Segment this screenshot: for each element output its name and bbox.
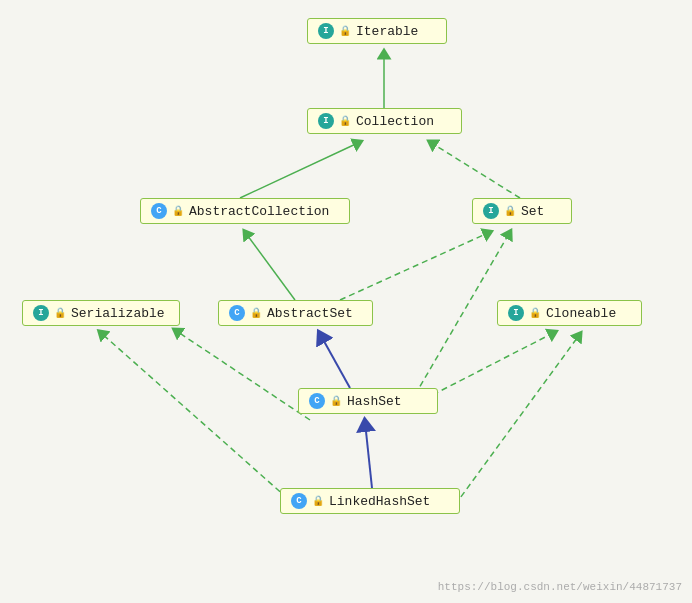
svg-line-3 [245, 232, 295, 300]
watermark: https://blog.csdn.net/weixin/44871737 [438, 581, 682, 593]
badge-serializable: I [33, 305, 49, 321]
label-abstractset: AbstractSet [267, 306, 353, 321]
node-cloneable: I 🔒 Cloneable [497, 300, 642, 326]
label-cloneable: Cloneable [546, 306, 616, 321]
lock-icon-abstractcollection: 🔒 [172, 205, 184, 217]
svg-line-9 [365, 422, 372, 488]
svg-line-5 [320, 334, 350, 388]
badge-set: I [483, 203, 499, 219]
badge-collection: I [318, 113, 334, 129]
label-hashset: HashSet [347, 394, 402, 409]
node-abstractset: C 🔒 AbstractSet [218, 300, 373, 326]
node-hashset: C 🔒 HashSet [298, 388, 438, 414]
node-set: I 🔒 Set [472, 198, 572, 224]
svg-line-10 [100, 332, 295, 505]
lock-icon-set: 🔒 [504, 205, 516, 217]
badge-linkedhashset: C [291, 493, 307, 509]
node-abstractcollection: C 🔒 AbstractCollection [140, 198, 350, 224]
badge-iterable: I [318, 23, 334, 39]
badge-abstractcollection: C [151, 203, 167, 219]
label-abstractcollection: AbstractCollection [189, 204, 329, 219]
diagram-container: I 🔒 Iterable I 🔒 Collection C 🔒 Abstract… [0, 0, 692, 603]
node-collection: I 🔒 Collection [307, 108, 462, 134]
lock-icon-hashset: 🔒 [330, 395, 342, 407]
svg-line-11 [455, 334, 580, 505]
lock-icon-collection: 🔒 [339, 115, 351, 127]
lock-icon-cloneable: 🔒 [529, 307, 541, 319]
label-set: Set [521, 204, 544, 219]
node-linkedhashset: C 🔒 LinkedHashSet [280, 488, 460, 514]
node-iterable: I 🔒 Iterable [307, 18, 447, 44]
label-linkedhashset: LinkedHashSet [329, 494, 430, 509]
svg-line-1 [240, 142, 360, 198]
badge-cloneable: I [508, 305, 524, 321]
svg-line-6 [175, 330, 310, 420]
badge-abstractset: C [229, 305, 245, 321]
lock-icon-linkedhashset: 🔒 [312, 495, 324, 507]
lock-icon-serializable: 🔒 [54, 307, 66, 319]
node-serializable: I 🔒 Serializable [22, 300, 180, 326]
badge-hashset: C [309, 393, 325, 409]
label-collection: Collection [356, 114, 434, 129]
label-serializable: Serializable [71, 306, 165, 321]
svg-line-2 [430, 142, 520, 198]
label-iterable: Iterable [356, 24, 418, 39]
svg-line-4 [340, 232, 490, 300]
lock-icon-abstractset: 🔒 [250, 307, 262, 319]
svg-line-8 [415, 232, 510, 395]
lock-icon-iterable: 🔒 [339, 25, 351, 37]
